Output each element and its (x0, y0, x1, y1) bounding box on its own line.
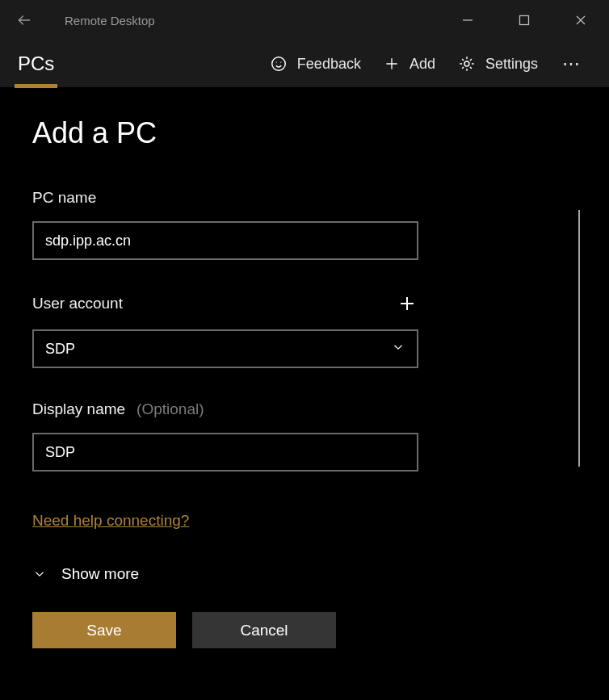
smile-icon (270, 55, 288, 73)
user-account-value: SDP (45, 341, 75, 358)
gear-icon (458, 55, 476, 73)
plus-icon (397, 294, 417, 313)
maximize-icon (519, 15, 530, 26)
window-title: Remote Desktop (48, 14, 155, 27)
svg-point-2 (276, 62, 277, 63)
save-button[interactable]: Save (32, 612, 176, 648)
show-more-label: Show more (61, 565, 139, 583)
settings-label: Settings (485, 56, 538, 73)
back-button[interactable] (0, 0, 48, 40)
cancel-button[interactable]: Cancel (192, 612, 336, 648)
arrow-left-icon (16, 12, 32, 28)
optional-hint: (Optional) (136, 400, 204, 418)
display-name-input[interactable] (32, 433, 418, 472)
tab-pcs[interactable]: PCs (15, 40, 57, 87)
display-name-label: Display name (32, 400, 125, 418)
close-icon (575, 15, 586, 26)
action-buttons: Save Cancel (32, 612, 577, 648)
content-panel: Add a PC PC name User account SDP (0, 87, 609, 673)
pc-name-field: PC name (32, 189, 577, 260)
user-account-field: User account SDP (32, 292, 577, 368)
feedback-label: Feedback (297, 56, 361, 73)
toolbar: PCs Feedback Add Settings ⋯ (0, 40, 609, 87)
tab-label: PCs (18, 52, 54, 75)
ellipsis-icon: ⋯ (562, 53, 582, 73)
pc-name-input[interactable] (32, 221, 418, 260)
settings-button[interactable]: Settings (447, 40, 549, 87)
user-account-label: User account (32, 295, 123, 312)
minimize-icon (462, 15, 473, 26)
maximize-button[interactable] (496, 0, 552, 40)
pc-name-label: PC name (32, 189, 96, 207)
more-button[interactable]: ⋯ (549, 53, 594, 74)
display-name-field: Display name (Optional) (32, 400, 577, 472)
add-button[interactable]: Add (372, 40, 447, 87)
scrollbar[interactable] (578, 210, 580, 467)
add-label: Add (410, 56, 435, 73)
page-title: Add a PC (32, 116, 577, 150)
plus-icon (384, 56, 400, 72)
svg-rect-0 (520, 16, 529, 25)
user-account-select[interactable]: SDP (32, 329, 418, 368)
svg-point-4 (464, 61, 469, 66)
show-more-toggle[interactable]: Show more (32, 565, 577, 583)
close-button[interactable] (552, 0, 609, 40)
minimize-button[interactable] (439, 0, 496, 40)
help-link[interactable]: Need help connecting? (32, 512, 189, 530)
svg-point-3 (280, 62, 281, 63)
chevron-down-icon (391, 340, 405, 354)
chevron-down-icon (32, 567, 47, 581)
svg-point-1 (272, 57, 286, 71)
window-controls (439, 0, 609, 40)
feedback-button[interactable]: Feedback (258, 40, 372, 87)
add-user-account-button[interactable] (396, 292, 418, 315)
titlebar: Remote Desktop (0, 0, 609, 40)
